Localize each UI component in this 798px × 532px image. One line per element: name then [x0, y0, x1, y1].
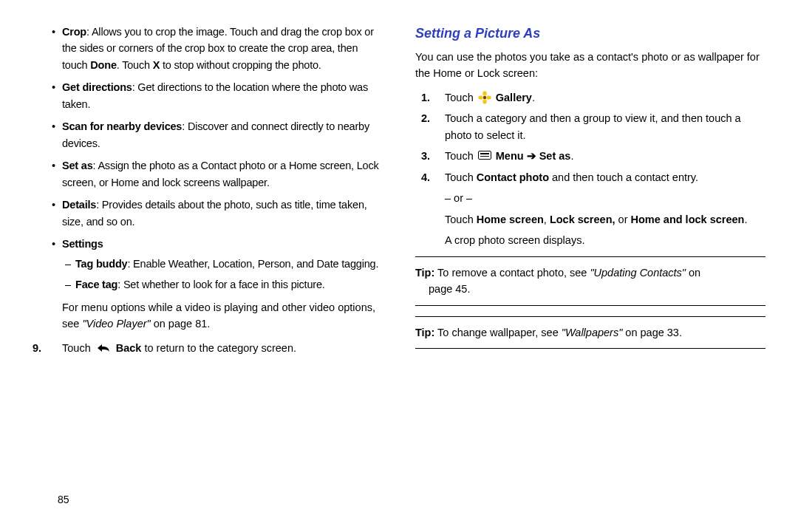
step-4-result: A crop photo screen displays. — [445, 232, 765, 248]
svg-point-4 — [486, 95, 491, 99]
step-1: 1. Touch — [415, 89, 765, 106]
right-column: Setting a Picture As You can use the pho… — [412, 24, 765, 517]
option-crop: Crop: Allows you to crop the image. Touc… — [62, 24, 383, 73]
page-number: 85 — [58, 494, 69, 505]
suboption-face-tag: Face tag: Set whether to look for a face… — [75, 276, 383, 293]
option-scan-devices: Scan for nearby devices: Discover and co… — [62, 118, 383, 151]
step-9: 9. Touch Back to return to the category … — [33, 340, 383, 356]
gallery-icon — [478, 91, 491, 104]
svg-point-3 — [478, 95, 482, 99]
step-4-or: – or – — [445, 190, 765, 206]
option-get-directions: Get directions: Get directions to the lo… — [62, 79, 383, 112]
option-settings: Settings Tag buddy: Enable Weather, Loca… — [62, 236, 383, 293]
step-4: 4. Touch Contact photo and then touch a … — [415, 169, 765, 185]
svg-point-1 — [482, 91, 486, 95]
settings-sublist: Tag buddy: Enable Weather, Location, Per… — [62, 256, 383, 293]
video-player-reference: For menu options while a video is playin… — [62, 299, 383, 332]
menu-icon — [478, 151, 491, 161]
steps-list: 1. Touch — [415, 89, 765, 249]
manual-page: Crop: Allows you to crop the image. Touc… — [0, 0, 798, 532]
option-details: Details: Provides details about the phot… — [62, 197, 383, 230]
divider — [415, 348, 765, 349]
step-3: 3. Touch Menu ➔ Set as. — [415, 148, 765, 164]
section-heading: Setting a Picture As — [415, 24, 765, 44]
section-intro: You can use the photos you take as a con… — [415, 49, 765, 82]
option-set-as: Set as: Assign the photo as a Contact ph… — [62, 157, 383, 191]
tip-change-wallpaper: Tip: To change wallpaper, see "Wallpaper… — [415, 324, 765, 341]
tip-remove-contact-photo: Tip: To remove a contact photo, see "Upd… — [415, 265, 765, 298]
back-icon — [95, 341, 112, 352]
divider — [415, 316, 765, 317]
divider — [415, 305, 765, 306]
step-4-alt: Touch Home screen, Lock screen, or Home … — [445, 211, 765, 228]
divider — [415, 256, 765, 257]
options-list: Crop: Allows you to crop the image. Touc… — [33, 24, 383, 293]
svg-point-0 — [483, 96, 486, 99]
suboption-tag-buddy: Tag buddy: Enable Weather, Location, Per… — [75, 256, 383, 272]
svg-point-2 — [482, 99, 486, 103]
step-2: 2. Touch a category and then a group to … — [415, 110, 765, 143]
left-column: Crop: Allows you to crop the image. Touc… — [33, 24, 386, 517]
